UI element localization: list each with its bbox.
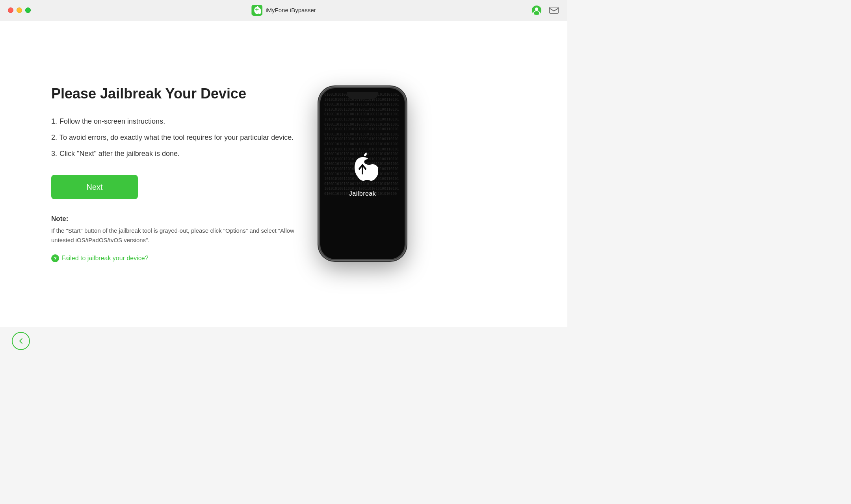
app-title: iMyFone iBypasser [266, 7, 316, 13]
right-panel: 0100101010011010101001001101010100110101… [319, 87, 406, 260]
title-bar: iMyFone iBypasser [0, 0, 567, 20]
note-title: Note: [51, 215, 295, 223]
list-item: 3. Click "Next" after the jailbreak is d… [51, 148, 295, 159]
list-item-num: 3. [51, 148, 57, 159]
list-item-num: 1. [51, 116, 57, 127]
list-item-text: Click "Next" after the jailbreak is done… [59, 148, 180, 159]
failed-link-text: Failed to jailbreak your device? [61, 255, 149, 262]
window-controls [8, 7, 31, 13]
bottom-bar [0, 327, 567, 354]
jailbreak-icon-container: Jailbreak [347, 150, 378, 197]
user-icon [531, 5, 542, 15]
main-content: Please Jailbreak Your Device 1. Follow t… [0, 20, 567, 327]
note-section: Note: If the "Start" button of the jailb… [51, 215, 295, 245]
phone-frame: 0100101010011010101001001101010100110101… [319, 87, 406, 260]
failed-jailbreak-link[interactable]: ? Failed to jailbreak your device? [51, 254, 295, 262]
svg-rect-3 [550, 7, 558, 13]
mail-button[interactable] [548, 5, 559, 16]
list-item: 2. To avoid errors, do exactly what the … [51, 132, 295, 143]
title-center: iMyFone iBypasser [251, 5, 316, 16]
back-arrow-icon [17, 337, 25, 345]
instructions-list: 1. Follow the on-screen instructions. 2.… [51, 116, 295, 159]
phone-notch [347, 92, 378, 99]
page-title: Please Jailbreak Your Device [51, 85, 295, 102]
jailbreak-apple-icon [347, 150, 378, 185]
mail-icon [549, 7, 559, 14]
jailbreak-label: Jailbreak [349, 190, 376, 197]
app-logo-icon [251, 5, 262, 16]
list-item-text: Follow the on-screen instructions. [59, 116, 165, 127]
list-item: 1. Follow the on-screen instructions. [51, 116, 295, 127]
maximize-button[interactable] [25, 7, 31, 13]
phone-screen: 0100101010011010101001001101010100110101… [320, 88, 405, 259]
list-item-text: To avoid errors, do exactly what the too… [59, 132, 294, 143]
note-text: If the "Start" button of the jailbreak t… [51, 226, 295, 245]
left-panel: Please Jailbreak Your Device 1. Follow t… [51, 85, 295, 262]
user-profile-button[interactable] [531, 5, 542, 16]
close-button[interactable] [8, 7, 13, 13]
minimize-button[interactable] [17, 7, 22, 13]
help-icon: ? [51, 254, 59, 262]
list-item-num: 2. [51, 132, 57, 143]
back-button[interactable] [12, 332, 30, 350]
next-button[interactable]: Next [51, 175, 138, 199]
title-right-icons [531, 5, 559, 16]
svg-point-2 [535, 7, 538, 11]
